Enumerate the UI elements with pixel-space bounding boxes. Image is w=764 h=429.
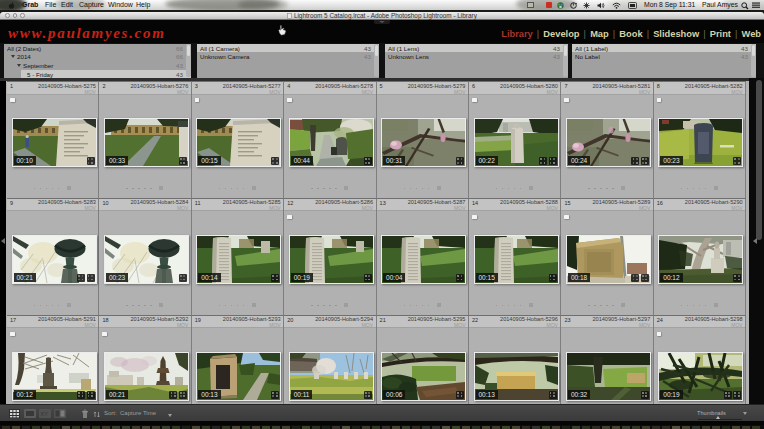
- svg-text:XY: XY: [41, 411, 49, 417]
